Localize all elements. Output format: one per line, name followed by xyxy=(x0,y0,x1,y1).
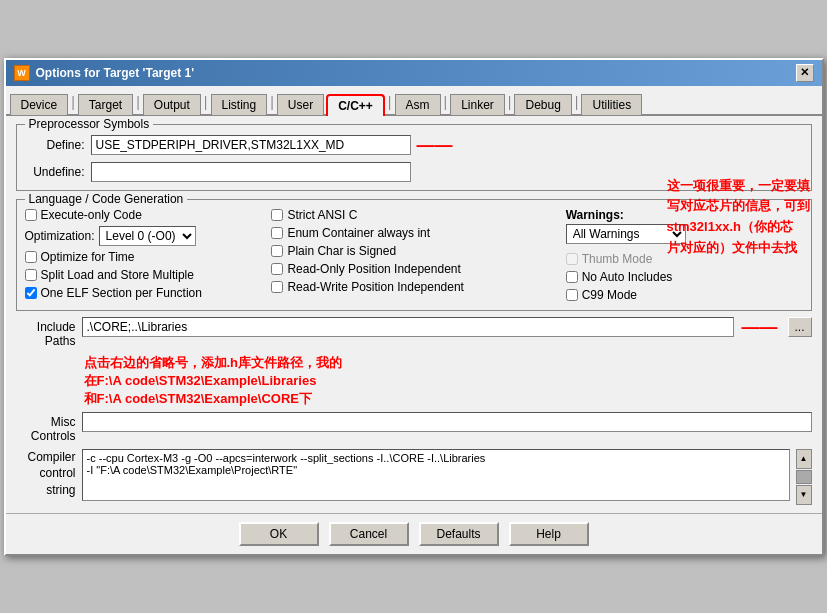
execute-only-label: Execute-only Code xyxy=(41,208,142,222)
undefine-input[interactable] xyxy=(91,162,411,182)
tab-target[interactable]: Target xyxy=(78,94,133,115)
c99-mode-row: C99 Mode xyxy=(566,288,803,302)
tab-asm[interactable]: Asm xyxy=(395,94,441,115)
scroll-up-button[interactable]: ▲ xyxy=(796,449,812,469)
enum-container-checkbox[interactable] xyxy=(271,227,283,239)
tab-device[interactable]: Device xyxy=(10,94,69,115)
title-bar-left: W Options for Target 'Target 1' xyxy=(14,65,195,81)
tab-linker[interactable]: Linker xyxy=(450,94,505,115)
c99-mode-checkbox[interactable] xyxy=(566,289,578,301)
thumb-mode-row: Thumb Mode xyxy=(566,252,803,266)
app-icon: W xyxy=(14,65,30,81)
preprocessor-label: Preprocessor Symbols xyxy=(25,117,154,131)
tab-user[interactable]: User xyxy=(277,94,324,115)
scroll-down-button[interactable]: ▼ xyxy=(796,485,812,505)
readwrite-pos-label: Read-Write Position Independent xyxy=(287,280,464,294)
readonly-pos-label: Read-Only Position Independent xyxy=(287,262,460,276)
include-input-wrapper: —— xyxy=(82,317,782,338)
readonly-pos-row: Read-Only Position Independent xyxy=(271,262,555,276)
ok-button[interactable]: OK xyxy=(239,522,319,546)
include-red-arrow: —— xyxy=(742,317,778,338)
tab-cpp[interactable]: C/C++ xyxy=(326,94,385,116)
optimize-time-row: Optimize for Time xyxy=(25,250,262,264)
tab-output[interactable]: Output xyxy=(143,94,201,115)
strict-ansi-checkbox[interactable] xyxy=(271,209,283,221)
no-auto-includes-label: No Auto Includes xyxy=(582,270,673,284)
c99-mode-label: C99 Mode xyxy=(582,288,637,302)
one-elf-checkbox[interactable] xyxy=(25,287,37,299)
readonly-pos-checkbox[interactable] xyxy=(271,263,283,275)
main-content: 这一项很重要，一定要填 写对应芯片的信息，可到 stm32l1xx.h（你的芯 … xyxy=(6,116,822,513)
execute-only-checkbox[interactable] xyxy=(25,209,37,221)
tab-utilities[interactable]: Utilities xyxy=(581,94,642,115)
plain-char-label: Plain Char is Signed xyxy=(287,244,396,258)
plain-char-checkbox[interactable] xyxy=(271,245,283,257)
enum-container-label: Enum Container always int xyxy=(287,226,430,240)
define-input[interactable] xyxy=(91,135,411,155)
strict-ansi-row: Strict ANSI C xyxy=(271,208,555,222)
strict-ansi-label: Strict ANSI C xyxy=(287,208,357,222)
include-browse-button[interactable]: ... xyxy=(788,317,812,337)
no-auto-includes-row: No Auto Includes xyxy=(566,270,803,284)
misc-controls-input[interactable] xyxy=(82,412,812,432)
compiler-control-input[interactable] xyxy=(82,449,790,501)
optimization-row: Optimization: Level 0 (-O0) Level 1 (-O1… xyxy=(25,226,262,246)
annotation-include-line2: 和F:\A code\STM32\Example\CORE下 xyxy=(84,391,313,406)
lang-right-col: Warnings: All Warnings No Warnings Misra… xyxy=(566,208,803,302)
split-load-label: Split Load and Store Multiple xyxy=(41,268,194,282)
tab-debug[interactable]: Debug xyxy=(514,94,571,115)
close-button[interactable]: ✕ xyxy=(796,64,814,82)
misc-label: MiscControls xyxy=(16,412,76,443)
plain-char-row: Plain Char is Signed xyxy=(271,244,555,258)
lang-middle-col: Strict ANSI C Enum Container always int … xyxy=(271,208,555,302)
define-arrow: —— xyxy=(417,135,453,156)
compiler-row: Compilercontrolstring ▲ ▼ xyxy=(16,449,812,505)
compiler-label: Compilercontrolstring xyxy=(16,449,76,499)
misc-row: MiscControls xyxy=(16,412,812,443)
annotation-click: 点击右边的省略号，添加.h库文件路径，我的 xyxy=(84,355,343,370)
language-label: Language / Code Generation xyxy=(25,192,188,206)
undefine-label: Undefine: xyxy=(25,165,85,179)
optimization-label: Optimization: xyxy=(25,229,95,243)
include-row: IncludePaths —— ... xyxy=(16,317,812,348)
warnings-label: Warnings: xyxy=(566,208,624,222)
tab-bar: Device | Target | Output | Listing | Use… xyxy=(6,86,822,116)
defaults-button[interactable]: Defaults xyxy=(419,522,499,546)
compiler-scrollbar: ▲ ▼ xyxy=(796,449,812,505)
warnings-row: Warnings: All Warnings No Warnings Misra… xyxy=(566,208,803,244)
tab-listing[interactable]: Listing xyxy=(211,94,268,115)
one-elf-row: One ELF Section per Function xyxy=(25,286,262,300)
annotation-include-line1: 在F:\A code\STM32\Example\Libraries xyxy=(84,373,317,388)
undefine-row: Undefine: xyxy=(25,162,803,182)
optimize-time-checkbox[interactable] xyxy=(25,251,37,263)
readwrite-pos-row: Read-Write Position Independent xyxy=(271,280,555,294)
define-label: Define: xyxy=(25,138,85,152)
no-auto-includes-checkbox[interactable] xyxy=(566,271,578,283)
title-bar: W Options for Target 'Target 1' ✕ xyxy=(6,60,822,86)
thumb-mode-label: Thumb Mode xyxy=(582,252,653,266)
scroll-thumb xyxy=(796,470,812,484)
preprocessor-group: Preprocessor Symbols Define: —— Undefine… xyxy=(16,124,812,191)
button-bar: OK Cancel Defaults Help xyxy=(6,513,822,554)
execute-only-row: Execute-only Code xyxy=(25,208,262,222)
split-load-checkbox[interactable] xyxy=(25,269,37,281)
include-paths-input[interactable] xyxy=(82,317,734,337)
enum-container-row: Enum Container always int xyxy=(271,226,555,240)
include-label: IncludePaths xyxy=(16,317,76,348)
lang-left-col: Execute-only Code Optimization: Level 0 … xyxy=(25,208,262,302)
help-button[interactable]: Help xyxy=(509,522,589,546)
thumb-mode-checkbox[interactable] xyxy=(566,253,578,265)
optimize-time-label: Optimize for Time xyxy=(41,250,135,264)
split-load-row: Split Load and Store Multiple xyxy=(25,268,262,282)
warnings-select[interactable]: All Warnings No Warnings Misra Warnings xyxy=(566,224,686,244)
options-dialog: W Options for Target 'Target 1' ✕ Device… xyxy=(4,58,824,556)
readwrite-pos-checkbox[interactable] xyxy=(271,281,283,293)
dialog-title: Options for Target 'Target 1' xyxy=(36,66,195,80)
define-row: Define: —— xyxy=(25,135,803,156)
compiler-input-wrapper xyxy=(82,449,790,504)
optimization-select[interactable]: Level 0 (-O0) Level 1 (-O1) Level 2 (-O2… xyxy=(99,226,196,246)
include-annotation-area: 点击右边的省略号，添加.h库文件路径，我的 在F:\A code\STM32\E… xyxy=(84,354,812,408)
language-group: Language / Code Generation Execute-only … xyxy=(16,199,812,311)
one-elf-label: One ELF Section per Function xyxy=(41,286,202,300)
cancel-button[interactable]: Cancel xyxy=(329,522,409,546)
